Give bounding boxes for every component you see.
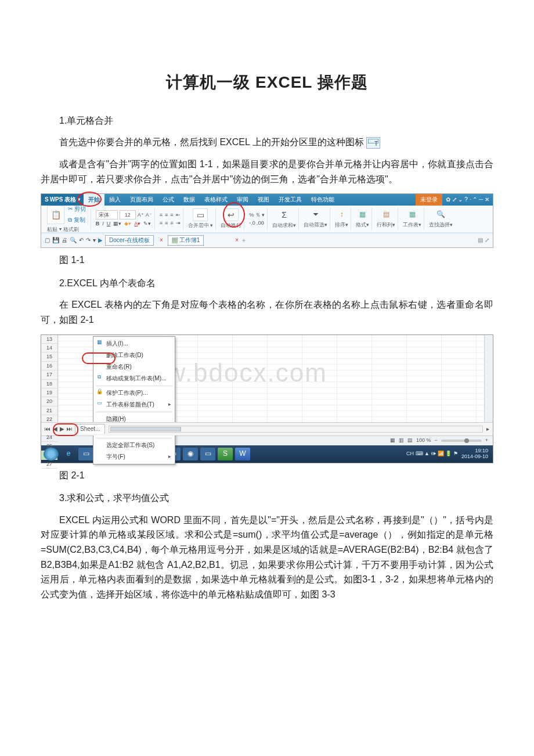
decimals-buttons[interactable]: ◦.0 .00 — [249, 219, 264, 227]
bold-button[interactable]: B — [96, 219, 100, 228]
horizontal-scrollbar[interactable] — [109, 426, 483, 433]
taskbar-app-icon[interactable]: ▭ — [200, 448, 215, 460]
tab-features[interactable]: 特色功能 — [306, 194, 339, 206]
align-top-icon[interactable]: ≡ — [160, 211, 163, 219]
font-shrink-icon[interactable]: A⁻ — [146, 211, 152, 219]
zoom-in-icon[interactable]: + — [485, 436, 488, 444]
menu-movecopy[interactable]: ⧉移动或复制工作表(M)... — [93, 373, 175, 384]
border-button[interactable]: ▦▾ — [113, 219, 121, 228]
menu-font[interactable]: 字号(F)▸ — [93, 451, 175, 463]
login-badge[interactable]: 未登录 — [416, 194, 442, 206]
qat-dropdown-icon[interactable]: ▾ — [93, 236, 96, 245]
align-right-icon[interactable]: ≡ — [170, 219, 173, 227]
vertical-scrollbar[interactable] — [484, 335, 493, 422]
docer-tab[interactable]: Docer-在线模板 — [105, 235, 154, 246]
view-normal-icon[interactable]: ▦ — [390, 436, 395, 444]
wrap-icon[interactable]: ↩ — [223, 208, 239, 221]
font-color-button[interactable]: A▾ — [134, 219, 140, 228]
tab-view[interactable]: 视图 — [253, 194, 274, 206]
copy-button[interactable]: ⧉ 复制 — [66, 215, 88, 225]
autofilter-button[interactable]: 自动筛选▾ — [304, 221, 327, 229]
sheet-nav-first-icon[interactable]: ⏮ — [45, 424, 50, 434]
merge-center-button[interactable]: 合并居中 ▾ — [188, 221, 214, 229]
format-painter-button[interactable]: 格式刷 — [63, 225, 79, 233]
clear-format-button[interactable]: ✎▾ — [143, 219, 151, 228]
menu-rename[interactable]: 重命名(R) — [93, 361, 175, 373]
view-layout-icon[interactable]: ▥ — [399, 436, 404, 444]
menu-tabcolor[interactable]: ▭工作表标签颜色(T)▸ — [93, 399, 175, 411]
funnel-icon[interactable]: ⏷ — [312, 209, 319, 220]
font-size-select[interactable]: 12 — [120, 210, 136, 219]
scroll-right-icon[interactable]: ▸ — [486, 424, 489, 434]
fill-color-button[interactable]: ◆▾ — [124, 219, 131, 228]
add-tab-icon[interactable]: ＋ — [241, 236, 247, 245]
tab-layout[interactable]: 页面布局 — [125, 194, 158, 206]
find-icon[interactable]: 🔍 — [436, 209, 445, 220]
autosum-button[interactable]: 自动求和▾ — [272, 221, 296, 229]
qat-undo-icon[interactable]: ↶ — [79, 236, 84, 245]
wps-writer-taskbar-icon[interactable]: W — [235, 448, 250, 460]
rowcol-icon[interactable]: ▤ — [383, 209, 389, 220]
percent-buttons[interactable]: % ％ ▾ — [249, 211, 265, 219]
view-break-icon[interactable]: ▤ — [407, 436, 413, 444]
menu-insert[interactable]: ▦插入(I)... — [93, 338, 175, 350]
row-header[interactable]: 13 — [41, 335, 57, 344]
rowcol-button[interactable]: 行和列▾ — [377, 221, 395, 229]
qat-right-icons[interactable]: ▤ ⤢ — [478, 236, 489, 245]
sigma-icon[interactable]: Σ — [282, 208, 287, 221]
qat-preview-icon[interactable]: 🔍 — [70, 236, 77, 245]
file-explorer-icon[interactable]: ▭ — [78, 448, 93, 460]
sort-button[interactable]: 排序▾ — [335, 221, 348, 229]
align-bottom-icon[interactable]: ≡ — [170, 211, 173, 219]
tab-review[interactable]: 审阅 — [232, 194, 253, 206]
workbook-close-icon[interactable]: × — [235, 236, 239, 245]
format-icon[interactable]: ▦ — [359, 209, 366, 220]
row-header[interactable]: 17 — [41, 370, 57, 379]
font-grow-icon[interactable]: A⁺ — [138, 211, 144, 219]
find-select-button[interactable]: 查找选择▾ — [429, 221, 453, 229]
qat-redo-icon[interactable]: ↷ — [86, 236, 91, 245]
worksheet-icon[interactable]: ▦ — [409, 209, 416, 220]
indent-inc-icon[interactable]: ⇥ — [176, 219, 181, 227]
menu-selectall[interactable]: 选定全部工作表(S) — [93, 440, 175, 451]
underline-button[interactable]: U — [107, 219, 111, 228]
tab-data[interactable]: 数据 — [179, 194, 200, 206]
row-header[interactable]: 27 — [41, 460, 57, 469]
wps-spreadsheet-taskbar-icon[interactable]: S — [218, 448, 233, 460]
align-mid-icon[interactable]: ≡ — [165, 211, 168, 219]
docer-close-icon[interactable]: × — [160, 236, 163, 245]
start-button[interactable] — [44, 448, 59, 460]
qat-print-icon[interactable]: 🖨 — [62, 236, 67, 245]
zoom-slider[interactable] — [441, 440, 482, 442]
tab-tablestyle[interactable]: 表格样式 — [200, 194, 232, 206]
cut-button[interactable]: ✂ 剪切 — [66, 204, 88, 214]
italic-button[interactable]: I — [102, 219, 104, 228]
row-header[interactable]: 16 — [41, 362, 57, 370]
menu-delete[interactable]: 删除工作表(D) — [93, 350, 175, 361]
taskbar-clock[interactable]: 19:10 2014-09-10 — [461, 448, 488, 460]
qat-new-icon[interactable]: ▢ — [45, 236, 50, 245]
qat-save-icon[interactable]: 💾 — [52, 236, 59, 245]
row-header[interactable]: 19 — [41, 388, 57, 397]
font-name-select[interactable]: 宋体 — [96, 210, 118, 219]
tray-icons[interactable]: CH ⌨ ▲ 🕪 📶 🔋 ⚑ — [406, 449, 458, 458]
tab-insert[interactable]: 插入 — [104, 194, 125, 206]
grid-cells-area[interactable]: www.bdocx.com ▦插入(I)... 删除工作表(D) 重命名(R) … — [58, 335, 484, 422]
window-controls[interactable]: ✿ ⤢ ⌄ ? ⋅ ⌃ ─ ✕ — [442, 194, 493, 206]
merge-center-icon[interactable]: ▭ — [193, 208, 208, 221]
align-center-icon[interactable]: ≡ — [165, 219, 168, 227]
row-header[interactable]: 15 — [41, 352, 57, 361]
sheet-nav-last-icon[interactable]: ⏭ — [67, 424, 73, 434]
tab-devtools[interactable]: 开发工具 — [274, 194, 306, 206]
align-left-icon[interactable]: ≡ — [160, 219, 163, 227]
row-header[interactable]: 20 — [41, 397, 57, 406]
row-header[interactable]: 21 — [41, 406, 57, 415]
sheet-nav-prev-icon[interactable]: ◀ — [53, 424, 57, 434]
ie-icon[interactable]: e — [61, 448, 76, 460]
format-button[interactable]: 格式▾ — [356, 221, 369, 229]
indent-dec-icon[interactable]: ⇤ — [176, 211, 181, 219]
sort-icon[interactable]: ↕ — [340, 209, 344, 220]
workbook-tab[interactable]: ▦ 工作簿1 — [168, 235, 204, 246]
paste-button[interactable]: 📋 — [47, 206, 64, 224]
sheet-tab[interactable]: Sheet... — [75, 424, 105, 434]
